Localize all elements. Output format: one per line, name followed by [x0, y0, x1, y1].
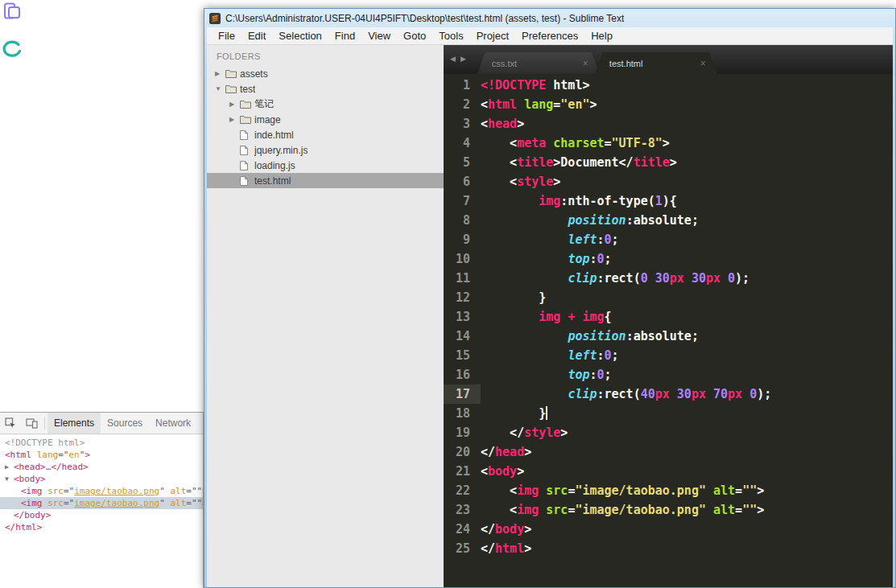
code-text: <head> [481, 114, 893, 134]
sidebar: FOLDERS ▶assets▼test▶笔记▶imageinde.htmljq… [207, 45, 444, 587]
menu-edit[interactable]: Edit [242, 27, 272, 44]
devtools-node[interactable]: <img src="image/taobao.png" alt=""> [0, 497, 203, 509]
line-number: 8 [444, 211, 481, 230]
devtools-tab-network[interactable]: Network [149, 413, 197, 434]
menu-tools[interactable]: Tools [432, 27, 469, 44]
inspect-icon[interactable] [0, 413, 21, 434]
file-icon [240, 176, 254, 186]
line-number: 25 [444, 539, 481, 558]
tab-close-icon[interactable]: × [700, 58, 706, 69]
code-line: 15 left:0; [444, 346, 893, 365]
code-text: <html lang="en"> [481, 95, 893, 114]
purple-app-icon[interactable] [3, 2, 21, 23]
sidebar-item-label: test [240, 84, 255, 95]
menu-find[interactable]: Find [328, 27, 361, 44]
folder-icon [240, 115, 254, 124]
menu-preferences[interactable]: Preferences [515, 27, 584, 44]
sidebar-item-笔记[interactable]: ▶笔记 [207, 97, 444, 112]
folder-icon [240, 100, 254, 109]
chevron-right-icon[interactable]: ▶ [229, 101, 240, 108]
devtools-node[interactable]: </body> [0, 509, 203, 521]
file-tree: ▶assets▼test▶笔记▶imageinde.htmljquery.min… [207, 66, 444, 188]
devtools-tabs: ElementsSourcesNetwork [47, 413, 197, 434]
line-number: 19 [444, 423, 481, 442]
chevron-right-icon[interactable]: ▶ [229, 116, 240, 123]
tab-css.txt[interactable]: css.txt× [477, 52, 600, 74]
chevron-down-icon[interactable]: ▼ [5, 473, 14, 485]
code-line: 22 <img src="image/taobao.png" alt=""> [444, 481, 893, 500]
line-number: 23 [444, 500, 481, 520]
code-text: } [481, 404, 893, 423]
sidebar-item-inde.html[interactable]: inde.html [207, 127, 444, 142]
folders-header: FOLDERS [207, 45, 444, 66]
teal-app-icon[interactable] [2, 40, 23, 62]
code-line: 12 } [444, 288, 893, 307]
code-line: 10 top:0; [444, 249, 893, 269]
sidebar-item-loading.js[interactable]: loading.js [207, 158, 444, 173]
line-number: 16 [444, 365, 481, 384]
code-line: 11 clip:rect(0 30px 30px 0); [444, 269, 893, 288]
line-number: 13 [444, 307, 481, 327]
code-text: top:0; [481, 365, 893, 384]
sidebar-item-test[interactable]: ▼test [207, 81, 444, 97]
toolbar-divider [44, 417, 45, 430]
code-line: 4 <meta charset="UTF-8"> [444, 134, 893, 153]
devtools-node[interactable]: ▼<body> [0, 473, 203, 485]
code-line: 21<body> [444, 462, 893, 481]
chevron-down-icon[interactable]: ▼ [215, 85, 225, 93]
code-line: 1<!DOCTYPE html> [444, 76, 893, 95]
sublime-icon [209, 13, 221, 24]
code-line: 8 position:absolute; [444, 211, 893, 230]
chevron-right-icon[interactable]: ▶ [215, 70, 225, 77]
devtools-node[interactable]: <img src="image/taobao.png" alt=""> [0, 485, 203, 497]
code-text: } [481, 288, 893, 307]
devtools-node[interactable]: <html lang="en"> [0, 449, 203, 461]
menu-project[interactable]: Project [470, 27, 515, 44]
tab-close-icon[interactable]: × [583, 58, 588, 69]
sidebar-item-image[interactable]: ▶image [207, 112, 444, 127]
window-titlebar[interactable]: C:\Users\Administrator.USER-04UI4P5IFT\D… [204, 9, 895, 27]
menu-file[interactable]: File [212, 27, 242, 44]
device-toolbar-icon-glyph [26, 418, 38, 429]
prev-tab-icon[interactable]: ◀ [450, 55, 456, 63]
next-tab-icon[interactable]: ▶ [460, 55, 466, 63]
device-toolbar-icon[interactable] [21, 413, 42, 434]
menu-selection[interactable]: Selection [272, 27, 328, 44]
code-area[interactable]: 1<!DOCTYPE html>2<html lang="en">3<head>… [444, 74, 893, 587]
line-number: 6 [444, 172, 481, 191]
menu-view[interactable]: View [361, 27, 397, 44]
devtools-tab-elements[interactable]: Elements [47, 413, 101, 434]
code-text: <body> [481, 462, 893, 481]
code-text: </body> [481, 520, 893, 539]
devtools-dom-tree[interactable]: <!DOCTYPE html><html lang="en">▶<head>…<… [0, 434, 203, 533]
sidebar-item-assets[interactable]: ▶assets [207, 66, 444, 81]
code-text: top:0; [481, 249, 893, 269]
code-text: <style> [481, 172, 893, 191]
line-number: 17 [444, 384, 481, 404]
desktop: ElementsSourcesNetwork <!DOCTYPE html><h… [0, 0, 896, 588]
devtools-node[interactable]: <!DOCTYPE html> [0, 437, 203, 449]
main-area: FOLDERS ▶assets▼test▶笔记▶imageinde.htmljq… [207, 45, 893, 587]
folder-icon [225, 69, 240, 78]
code-text: left:0; [481, 346, 893, 365]
devtools-node[interactable]: ▶<head>…</head> [0, 461, 203, 473]
line-number: 10 [444, 249, 481, 269]
editor-pane: ◀▶ css.txt×test.html× 1<!DOCTYPE html>2<… [444, 45, 893, 587]
devtools-panel: ElementsSourcesNetwork <!DOCTYPE html><h… [0, 412, 204, 588]
devtools-node[interactable]: </html> [0, 521, 203, 533]
menu-goto[interactable]: Goto [397, 27, 432, 44]
code-text: position:absolute; [481, 327, 893, 346]
line-number: 3 [444, 114, 481, 134]
code-line: 25</html> [444, 539, 893, 558]
tab-test.html[interactable]: test.html× [595, 52, 717, 74]
devtools-tab-sources[interactable]: Sources [101, 413, 149, 434]
line-number: 14 [444, 327, 481, 346]
sidebar-item-jquery.min.js[interactable]: jquery.min.js [207, 142, 444, 158]
sidebar-item-test.html[interactable]: test.html [207, 173, 444, 188]
menu-help[interactable]: Help [584, 27, 619, 44]
file-icon [240, 146, 254, 155]
sidebar-item-label: 笔记 [254, 97, 274, 111]
code-text: clip:rect(40px 30px 70px 0); [481, 384, 893, 404]
sidebar-item-label: loading.js [254, 160, 295, 171]
chevron-right-icon[interactable]: ▶ [5, 461, 14, 473]
